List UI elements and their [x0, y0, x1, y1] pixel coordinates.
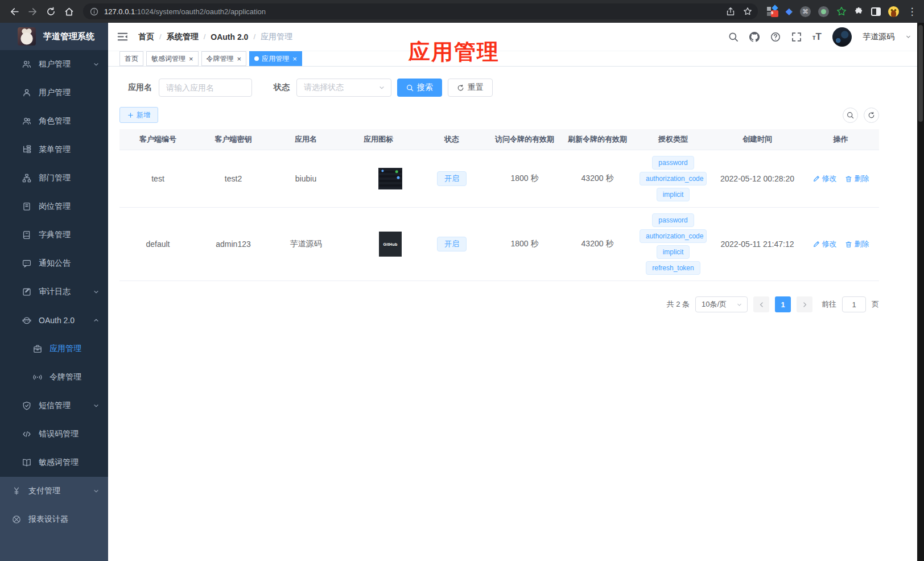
tab-home[interactable]: 首页	[119, 51, 143, 66]
sidebar-item-user[interactable]: 用户管理	[0, 79, 108, 107]
robot-icon	[22, 316, 31, 325]
table-row: defaultadmin123芋道源码GitHub开启1800 秒43200 秒…	[119, 208, 879, 281]
search-button[interactable]: 搜索	[397, 79, 442, 97]
profile-avatar-icon[interactable]	[888, 6, 899, 17]
extension-gem-icon[interactable]: ◆	[786, 7, 793, 16]
sidebar-item-oauth2-application[interactable]: 应用管理	[0, 335, 108, 363]
sidebar-item-sensitive-word[interactable]: 敏感词管理	[0, 448, 108, 477]
search-icon[interactable]	[728, 32, 739, 42]
cell-access_validity: 1800 秒	[488, 208, 561, 280]
breadcrumb-item[interactable]: 首页	[138, 32, 154, 42]
add-button[interactable]: 新增	[119, 107, 158, 123]
column-header-client_secret: 客户端密钥	[196, 129, 270, 150]
sidebar-item-sms[interactable]: 短信管理	[0, 391, 108, 420]
user-avatar[interactable]	[832, 27, 852, 47]
cell-app_name: 芋道源码	[270, 208, 341, 280]
share-icon[interactable]	[726, 7, 735, 16]
app-name-input[interactable]	[159, 79, 252, 97]
close-icon[interactable]: ×	[189, 55, 193, 63]
extensions-puzzle-icon[interactable]	[854, 7, 864, 16]
extension-command-icon[interactable]: ⌘	[800, 6, 811, 17]
extension-star-icon[interactable]	[836, 6, 847, 16]
tab-application[interactable]: 应用管理×	[249, 51, 302, 66]
sidebar-item-tenant[interactable]: 租户管理	[0, 50, 108, 79]
page-unit-label: 页	[872, 299, 879, 310]
breadcrumb-separator: /	[204, 32, 206, 41]
page-content: 应用名 状态 请选择状态 搜索 重置 新增	[108, 79, 924, 312]
refresh-table-button[interactable]	[864, 108, 879, 123]
sidebar-item-post[interactable]: 岗位管理	[0, 192, 108, 221]
sidebar-item-notice[interactable]: 通知公告	[0, 249, 108, 278]
tab-sensitive-word[interactable]: 敏感词管理×	[146, 51, 199, 66]
chevron-down-icon[interactable]	[905, 34, 911, 40]
cell-created_at: 2022-05-11 21:47:12	[712, 208, 802, 280]
row-actions: 修改删除	[812, 239, 869, 249]
sidebar-item-label: 菜单管理	[39, 145, 71, 155]
edit-button[interactable]: 修改	[812, 239, 837, 249]
cell-grant_types: passwordauthorization_codeimplicitrefres…	[634, 208, 712, 280]
close-icon[interactable]: ×	[237, 55, 242, 63]
table-toolbar: 新增	[119, 107, 879, 123]
grant-type-tag: implicit	[657, 245, 690, 259]
app-logo[interactable]: 芋道管理系统	[0, 23, 108, 50]
sidebar-item-oauth2-token[interactable]: 令牌管理	[0, 363, 108, 391]
collapse-sidebar-icon[interactable]	[117, 31, 129, 43]
role-icon	[22, 117, 31, 126]
browser-home-icon[interactable]	[60, 3, 77, 20]
browser-menu-icon[interactable]: ⋮	[906, 6, 918, 18]
next-page-button[interactable]	[797, 296, 812, 312]
column-header-app_icon: 应用图标	[341, 129, 415, 150]
delete-button[interactable]: 删除	[845, 174, 869, 184]
grant-type-tag: password	[652, 156, 694, 170]
tab-token[interactable]: 令牌管理×	[201, 51, 247, 66]
sidebar-item-audit-log[interactable]: 审计日志	[0, 278, 108, 306]
sidebar-item-menu[interactable]: 菜单管理	[0, 135, 108, 164]
browser-forward-icon[interactable]	[24, 3, 41, 20]
extension-record-icon[interactable]	[818, 6, 829, 17]
sidebar-item-role[interactable]: 角色管理	[0, 107, 108, 135]
sidebar-item-dict[interactable]: 字典管理	[0, 221, 108, 249]
status-select[interactable]: 请选择状态	[296, 79, 391, 97]
edit-button[interactable]: 修改	[812, 174, 837, 184]
page-number-1[interactable]: 1	[775, 296, 791, 312]
font-size-icon[interactable]: тT	[812, 31, 822, 43]
report-icon	[11, 515, 21, 525]
delete-button[interactable]: 删除	[845, 239, 869, 249]
sidebar-item-report-designer[interactable]: 报表设计器	[0, 505, 108, 534]
signal-icon	[32, 373, 42, 382]
status-badge: 开启	[437, 237, 467, 251]
breadcrumb-item[interactable]: OAuth 2.0	[211, 32, 248, 42]
breadcrumb-item[interactable]: 系统管理	[167, 32, 199, 42]
site-info-icon[interactable]	[90, 7, 98, 16]
cell-actions: 修改删除	[802, 208, 879, 280]
browser-reload-icon[interactable]	[42, 3, 59, 20]
cell-access_validity: 1800 秒	[488, 150, 561, 207]
sidebar-item-label: 令牌管理	[50, 372, 81, 382]
sidebar-item-pay[interactable]: 支付管理	[0, 477, 108, 505]
sidebar-item-error-code[interactable]: 错误码管理	[0, 420, 108, 448]
side-panel-icon[interactable]	[871, 7, 881, 16]
goto-page-input[interactable]	[842, 296, 866, 312]
bookmark-star-icon[interactable]	[743, 7, 752, 16]
fullscreen-icon[interactable]	[791, 32, 802, 42]
grant-type-tag: refresh_token	[646, 261, 700, 275]
reset-button[interactable]: 重置	[448, 79, 493, 97]
sidebar-item-oauth2[interactable]: OAuth 2.0	[0, 306, 108, 335]
page-size-select[interactable]: 10条/页	[695, 296, 748, 312]
sidebar-item-dept[interactable]: 部门管理	[0, 164, 108, 192]
toggle-search-button[interactable]	[843, 108, 858, 123]
close-icon[interactable]: ×	[292, 55, 297, 63]
help-icon[interactable]	[770, 32, 781, 42]
browser-scrollbar[interactable]	[917, 23, 924, 561]
browser-back-icon[interactable]	[6, 3, 23, 20]
extension-grid-icon[interactable]: 9	[767, 6, 778, 17]
browser-address-bar[interactable]: 127.0.0.1:1024/system/oauth2/oauth2/appl…	[83, 3, 758, 19]
users-icon	[22, 60, 31, 69]
grant-type-tags: passwordauthorization_codeimplicit	[640, 155, 707, 203]
post-icon	[22, 202, 31, 212]
cell-client_secret: admin123	[196, 208, 270, 280]
github-icon[interactable]	[749, 32, 760, 42]
username[interactable]: 芋道源码	[863, 32, 894, 42]
prev-page-button[interactable]	[753, 296, 769, 312]
plus-icon	[127, 112, 134, 118]
